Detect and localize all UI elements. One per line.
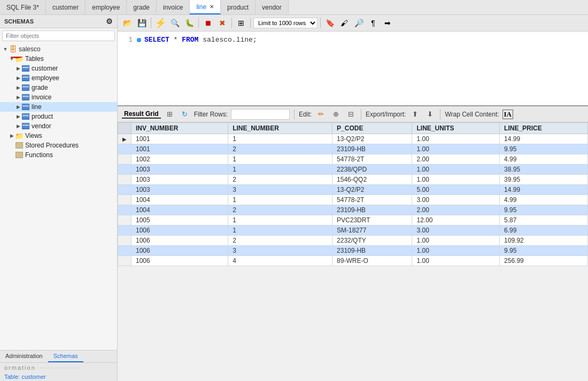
bookmark-btn[interactable]: 🔖 xyxy=(323,17,336,29)
table-row[interactable]: ▶1001113-Q2/P21.0014.99 xyxy=(118,134,588,144)
schemas-label: SCHEMAS xyxy=(4,18,34,25)
vendor-arrow: ▶ xyxy=(15,123,21,129)
wrap-toggle-btn[interactable]: IA xyxy=(502,110,513,119)
sql-editor[interactable]: 1 SELECT * FROM salesco.line; xyxy=(118,32,588,106)
tab-vendor[interactable]: vendor xyxy=(256,0,289,14)
table-row[interactable]: 100622232/QTY1.00109.92 xyxy=(118,236,588,246)
col-line-price[interactable]: LINE_PRICE xyxy=(500,123,588,134)
tab-product[interactable]: product xyxy=(221,0,256,14)
stop-btn[interactable]: ⏹ xyxy=(202,17,214,29)
table-row[interactable]: 1004223109-HB2.009.95 xyxy=(118,205,588,215)
tab-grade[interactable]: grade xyxy=(127,0,157,14)
col-line-number[interactable]: LINE_NUMBER xyxy=(228,123,332,134)
tab-customer[interactable]: customer xyxy=(46,0,86,14)
tab-schemas[interactable]: Schemas xyxy=(48,351,83,362)
refresh-btn[interactable]: ↻ xyxy=(179,108,191,120)
sql-table-ref: salesco.line; xyxy=(198,35,257,46)
table-info-value: customer xyxy=(21,374,45,380)
explain-btn[interactable]: 🔍 xyxy=(168,17,181,29)
cell-line: 2 xyxy=(228,205,332,215)
cancel-btn[interactable]: ✖ xyxy=(216,17,229,29)
execute-btn[interactable]: ⚡ xyxy=(154,17,167,29)
sidebar-item-product[interactable]: ▶ product xyxy=(0,112,117,121)
sidebar-config-icon[interactable]: ⚙ xyxy=(106,17,113,26)
cell-inv: 1003 xyxy=(131,185,228,195)
sidebar-item-vendor[interactable]: ▶ vendor xyxy=(0,121,117,131)
filter-rows-input[interactable] xyxy=(231,109,290,120)
tab-administration[interactable]: Administration xyxy=(0,351,48,362)
sidebar-item-grade[interactable]: ▶ grade xyxy=(0,83,117,92)
sidebar-item-customer[interactable]: ▶ customer xyxy=(0,64,117,73)
product-label: product xyxy=(32,113,53,120)
delete-row-btn[interactable]: ⊟ xyxy=(345,108,357,120)
import-btn[interactable]: ⬇ xyxy=(424,108,436,120)
cell-price: 5.87 xyxy=(500,215,588,226)
sidebar-item-employee[interactable]: ▶ employee xyxy=(0,73,117,83)
cell-line: 1 xyxy=(228,215,332,226)
table-row[interactable]: 1006323109-HB1.009.95 xyxy=(118,246,588,256)
toggle-results-btn[interactable]: ⊞ xyxy=(235,17,247,29)
sidebar-item-views[interactable]: ▶ 📁 Views xyxy=(0,131,117,141)
tab-sql-file[interactable]: SQL File 3* xyxy=(0,0,46,14)
save-btn[interactable]: 💾 xyxy=(135,17,148,29)
table-row[interactable]: 1002154778-2T2.004.99 xyxy=(118,154,588,165)
line-arrow: ▶ xyxy=(15,104,21,110)
cell-units: 5.00 xyxy=(412,185,500,195)
line-number: 1 xyxy=(122,35,133,45)
tables-label: Tables xyxy=(25,55,44,63)
cell-pcode: 54778-2T xyxy=(332,195,412,205)
tab-employee[interactable]: employee xyxy=(86,0,127,14)
main-layout: SCHEMAS ⚙ ▼ 🗄 salesco ▼ 📁 Tables ▶ xyxy=(0,15,588,381)
sidebar-item-line[interactable]: ▶ line xyxy=(0,102,117,112)
sidebar-bottom: Administration Schemas ormation ········… xyxy=(0,350,117,381)
table-row[interactable]: 10061SM-182773.006.99 xyxy=(118,226,588,236)
brush-btn[interactable]: 🖌 xyxy=(338,17,351,29)
toolbar-sep-3 xyxy=(231,18,232,28)
grid-options-btn[interactable]: ⊞ xyxy=(164,108,176,120)
result-grid-tab[interactable]: Result Grid xyxy=(122,110,161,119)
employee-arrow: ▶ xyxy=(15,75,21,81)
tab-invoice[interactable]: invoice xyxy=(157,0,190,14)
open-folder-btn[interactable]: 📂 xyxy=(121,17,134,29)
grade-arrow: ▶ xyxy=(15,85,21,90)
table-row[interactable]: 100312238/QPD1.0038.95 xyxy=(118,165,588,175)
table-row[interactable]: 1003313-Q2/P25.0014.99 xyxy=(118,185,588,195)
add-row-btn[interactable]: ⊕ xyxy=(330,108,342,120)
cell-units: 1.00 xyxy=(412,246,500,256)
toolbar: 📂 💾 ⚡ 🔍 🐛 ⏹ ✖ ⊞ Limit to 1000 rows Limit… xyxy=(118,15,588,32)
cell-price: 38.95 xyxy=(500,165,588,175)
sidebar-item-stored-procedures[interactable]: Stored Procedures xyxy=(0,141,117,150)
sidebar-item-salesco[interactable]: ▼ 🗄 salesco xyxy=(0,44,117,54)
edit-pencil-btn[interactable]: ✏ xyxy=(315,108,327,120)
tab-line-close[interactable]: ✕ xyxy=(210,4,214,10)
cell-pcode: 13-Q2/P2 xyxy=(332,185,412,195)
table-row[interactable]: 100321546-QQ21.0039.95 xyxy=(118,175,588,185)
sidebar-header: SCHEMAS ⚙ xyxy=(0,15,117,28)
cell-price: 9.95 xyxy=(500,205,588,215)
wrap-label: Wrap Cell Content: xyxy=(445,111,499,118)
toolbar-sep-5 xyxy=(320,18,321,28)
tab-line-label: line xyxy=(196,3,206,11)
format-btn[interactable]: ¶ xyxy=(367,17,380,29)
filter-objects-input[interactable] xyxy=(2,30,115,41)
cell-pcode: 23109-HB xyxy=(332,246,412,256)
limit-rows-select[interactable]: Limit to 1000 rows Limit to 100 rows Lim… xyxy=(253,18,318,28)
sidebar-item-functions[interactable]: Functions xyxy=(0,150,117,160)
table-row[interactable]: 1004154778-2T3.004.99 xyxy=(118,195,588,205)
cell-units: 1.00 xyxy=(412,256,500,266)
col-p-code[interactable]: P_CODE xyxy=(332,123,412,134)
cell-inv: 1001 xyxy=(131,134,228,144)
zoom-btn[interactable]: 🔎 xyxy=(352,17,365,29)
data-table-container[interactable]: INV_NUMBER LINE_NUMBER P_CODE LINE_UNITS… xyxy=(118,122,588,381)
table-row[interactable]: 10051PVC23DRT12.005.87 xyxy=(118,215,588,226)
nav-btn[interactable]: ➡ xyxy=(381,17,394,29)
tab-line[interactable]: line ✕ xyxy=(190,0,221,14)
col-inv-number[interactable]: INV_NUMBER xyxy=(131,123,228,134)
table-row[interactable]: 1001223109-HB1.009.95 xyxy=(118,144,588,154)
sidebar-item-invoice[interactable]: ▶ invoice xyxy=(0,92,117,102)
debug-btn[interactable]: 🐛 xyxy=(183,17,196,29)
col-line-units[interactable]: LINE_UNITS xyxy=(412,123,500,134)
row-arrow-cell xyxy=(118,215,131,226)
export-btn[interactable]: ⬆ xyxy=(409,108,421,120)
table-row[interactable]: 1006489-WRE-O1.00256.99 xyxy=(118,256,588,266)
